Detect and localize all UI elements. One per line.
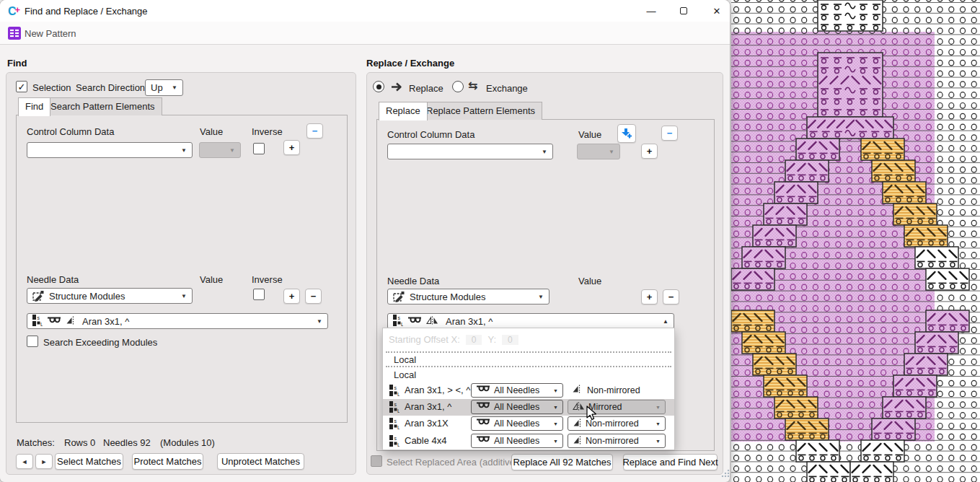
chevron-down-icon: ▼ (553, 388, 558, 393)
needle-inverse-checkbox[interactable] (253, 289, 265, 300)
check-icon: ✓ (18, 82, 26, 92)
chevron-down-icon: ▼ (538, 294, 544, 300)
needle-data-type-select[interactable]: Structure Modules ▼ (387, 289, 549, 304)
paste-insert-button[interactable] (617, 124, 636, 143)
module-option-name: Aran 3x1X (405, 418, 449, 429)
chevron-down-icon: ▼ (655, 421, 661, 426)
close-button[interactable]: ✕ (705, 1, 729, 20)
module-option-row[interactable]: sLAran 3x1, > <, ^All Needles▼Non-mirror… (383, 382, 674, 399)
remove-needle-criteria-button[interactable]: − (305, 289, 322, 304)
selection-checkbox[interactable]: ✓ (16, 81, 27, 92)
remove-needle-action-button[interactable]: − (663, 289, 679, 304)
svg-text:s: s (394, 402, 397, 407)
select-replaced-area-checkbox (371, 455, 382, 467)
module-icon: sL (389, 435, 399, 450)
needles-select[interactable]: All Needles▼ (471, 434, 563, 448)
tab-replace-pattern-elements[interactable]: Replace Pattern Elements (419, 102, 542, 120)
structure-modules-icon (32, 290, 45, 302)
add-control-column-action-button[interactable]: + (641, 144, 658, 159)
tab-find[interactable]: Find (18, 97, 50, 116)
toolbar-item-new-pattern[interactable]: New Pattern (25, 28, 76, 39)
tab-search-pattern-elements[interactable]: Search Pattern Elements (43, 97, 162, 115)
all-needles-icon (476, 385, 490, 395)
nav-left-icon: ◄ (22, 458, 28, 465)
unprotect-matches-button[interactable]: Unprotect Matches (217, 453, 304, 470)
title-bar[interactable]: C+ Find and Replace / Exchange — ✕ (0, 0, 730, 22)
remove-control-column-action-button[interactable]: − (661, 126, 678, 141)
module-dropdown-popup: Starting Offset X: 0 Y: 0 Local Local sL… (382, 328, 675, 450)
mirrored-icon (426, 316, 438, 327)
exchange-icon: ⇆ (468, 79, 477, 92)
search-exceeding-modules-checkbox[interactable] (27, 336, 38, 347)
non-mirrored-icon (572, 385, 581, 395)
replace-radio[interactable] (373, 81, 384, 92)
chevron-down-icon: ▼ (317, 318, 322, 325)
tab-replace[interactable]: Replace (379, 102, 428, 120)
needles-select[interactable]: All Needles▼ (471, 416, 563, 431)
control-column-data-select[interactable]: ▼ (387, 144, 553, 159)
search-direction-select[interactable]: Up ▼ (145, 79, 183, 96)
add-needle-criteria-button[interactable]: + (283, 289, 300, 304)
exchange-mode-label: Exchange (486, 83, 528, 94)
module-option-name: Aran 3x1, ^ (405, 401, 451, 412)
needle-data-label: Needle Data (27, 274, 79, 285)
chevron-down-icon: ▼ (655, 439, 661, 444)
window-title: Find and Replace / Exchange (25, 6, 148, 17)
maximize-button[interactable] (671, 1, 696, 20)
chevron-down-icon: ▼ (181, 147, 187, 154)
replace-module-select[interactable]: sL Aran 3x1, ^ ▲ (387, 313, 674, 329)
needles-select[interactable]: All Needles▼ (471, 383, 563, 398)
mirrored-icon (573, 402, 585, 413)
non-mirrored-icon (573, 419, 582, 429)
control-column-data-select[interactable]: ▼ (27, 142, 193, 158)
minimize-button[interactable]: — (639, 1, 663, 20)
svg-text:L: L (397, 408, 399, 413)
remove-control-column-criteria-button[interactable]: − (306, 123, 323, 139)
all-needles-icon (476, 402, 490, 412)
app-logo-icon: C+ (8, 4, 20, 18)
resize-grip[interactable] (721, 469, 730, 478)
all-needles-icon (47, 316, 61, 327)
exchange-radio[interactable] (452, 81, 464, 92)
find-tab-content: Find Search Pattern Elements Control Col… (16, 115, 348, 423)
chevron-down-icon: ▼ (553, 439, 558, 444)
replace-all-matches-button[interactable]: Replace All 92 Matches (511, 454, 613, 470)
needle-data-label: Needle Data (387, 276, 439, 286)
inverse-label: Inverse (252, 126, 283, 137)
svg-text:L: L (397, 442, 399, 447)
insert-arrow-plus-icon (621, 128, 632, 139)
chevron-down-icon: ▼ (553, 421, 558, 426)
previous-match-button[interactable]: ◄ (16, 454, 33, 469)
module-option-row[interactable]: sLAran 3x1, ^All Needles▼Mirrored▼ (383, 399, 674, 416)
module-option-row[interactable]: sLAran 3x1XAll Needles▼Non-mirrored▼ (383, 416, 674, 432)
replace-and-find-next-button[interactable]: Replace and Find Next (623, 454, 718, 470)
chevron-down-icon: ▼ (655, 405, 661, 410)
needles-select[interactable]: All Needles▼ (471, 400, 563, 414)
select-matches-button[interactable]: Select Matches (55, 453, 123, 470)
svg-text:s: s (37, 315, 40, 320)
module-option-row[interactable]: sLCable 4x4All Needles▼Non-mirrored▼ (383, 433, 674, 450)
control-column-inverse-checkbox[interactable] (253, 143, 265, 154)
control-column-value-select: ▼ (577, 144, 620, 159)
mirror-select[interactable]: Mirrored▼ (568, 400, 666, 414)
next-match-button[interactable]: ► (35, 454, 53, 469)
ghost-starting-offset: Starting Offset X: 0 Y: 0 (389, 334, 518, 345)
module-group-local-1[interactable]: Local (394, 354, 416, 365)
chevron-down-icon: ▼ (181, 293, 187, 299)
module-icon: sL (389, 385, 399, 399)
mirror-select[interactable]: Non-mirrored▼ (568, 434, 666, 448)
add-needle-action-button[interactable]: + (641, 289, 658, 304)
all-needles-icon (407, 316, 422, 327)
module-group-local-2[interactable]: Local (394, 369, 416, 380)
protect-matches-button[interactable]: Protect Matches (132, 453, 203, 470)
mirror-state: Non-mirrored (572, 385, 640, 395)
needle-data-type-select[interactable]: Structure Modules ▼ (27, 288, 193, 304)
module-icon: sL (389, 401, 399, 416)
chevron-down-icon: ▼ (553, 405, 558, 410)
matches-label: Matches: (17, 437, 55, 448)
matches-modules: (Modules 10) (160, 437, 215, 448)
svg-text:s: s (398, 315, 401, 320)
mirror-select[interactable]: Non-mirrored▼ (568, 416, 666, 431)
add-control-column-criteria-button[interactable]: + (283, 140, 300, 155)
find-module-select[interactable]: sL Aran 3x1, ^ ▼ (27, 313, 328, 329)
